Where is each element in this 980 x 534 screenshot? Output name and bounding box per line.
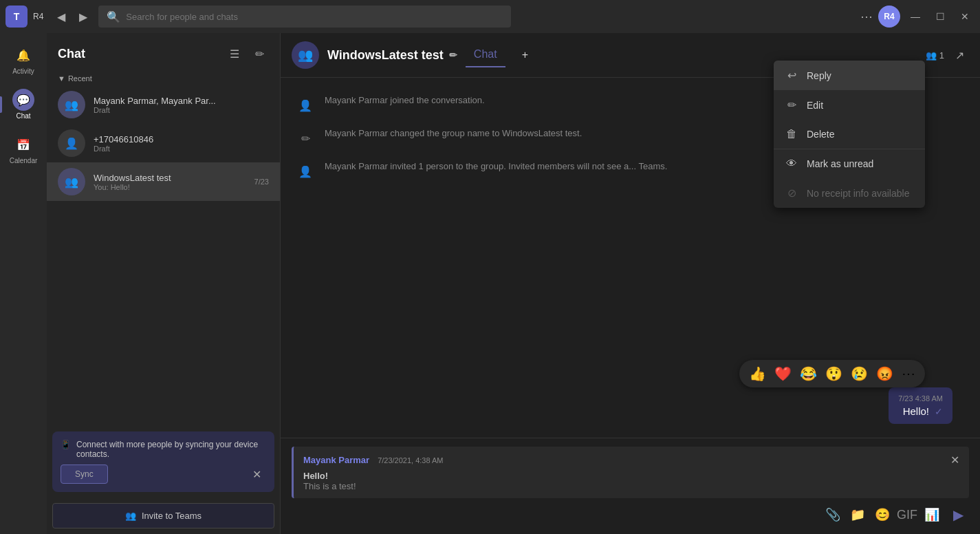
emoji-heart[interactable]: ❤️ — [773, 364, 793, 383]
chat-avatar-phone: 👤 — [58, 129, 85, 157]
reply-quote-meta: Mayank Parmar 7/23/2021, 4:38 AM — [303, 455, 444, 465]
sidebar-item-activity-label: Activity — [12, 67, 34, 75]
user-avatar[interactable]: R4 — [878, 6, 900, 28]
connect-banner-text: 📱 Connect with more people by syncing yo… — [61, 440, 266, 459]
invite-label: Invite to Teams — [142, 511, 202, 521]
chat-info-phone: +17046610846 Draft — [94, 134, 269, 153]
context-menu-reply[interactable]: ↩ Reply — [774, 78, 925, 90]
maximize-button[interactable]: ☐ — [930, 7, 950, 26]
more-options-icon[interactable]: ⋯ — [860, 9, 873, 24]
send-icon: ▶ — [953, 506, 963, 523]
emoji-bar: 👍 ❤️ 😂 😲 😢 😡 ⋯ — [739, 360, 925, 387]
people-count: 1 — [939, 50, 944, 61]
compose-button[interactable]: ✏ — [250, 44, 269, 63]
no-receipt-icon: ⊘ — [785, 186, 798, 200]
chat-time-windowslatest: 7/23 — [254, 178, 269, 186]
reply-quote-body: This is a test! — [303, 481, 959, 491]
system-msg-renamed-text: Mayank Parmar changed the group name to … — [325, 127, 582, 140]
chat-info-mayank: Mayank Parmar, Mayank Par... Draft — [94, 96, 269, 114]
mark-unread-icon: 👁 — [785, 158, 798, 170]
joined-icon: 👤 — [294, 94, 316, 116]
sidebar-item-calendar-label: Calendar — [10, 157, 38, 164]
no-receipt-label: No receipt info available — [807, 188, 909, 199]
system-msg-invited-text: Mayank Parmar invited 1 person to the gr… — [325, 160, 667, 173]
connect-banner: 📱 Connect with more people by syncing yo… — [52, 431, 274, 492]
filter-button[interactable]: ☰ — [225, 44, 244, 63]
reply-area: Mayank Parmar 7/23/2021, 4:38 AM ✕ Hello… — [281, 438, 980, 534]
invite-icon: 👥 — [125, 511, 136, 521]
emoji-picker-button[interactable]: 😊 — [873, 505, 892, 524]
context-menu-delete[interactable]: 🗑 Delete — [774, 120, 925, 149]
nav-buttons: ◀ ▶ — [52, 7, 93, 26]
reply-icon: ↩ — [785, 78, 798, 82]
context-menu-no-receipt: ⊘ No receipt info available — [774, 178, 925, 208]
edit-name-icon[interactable]: ✏ — [449, 50, 457, 61]
banner-close-button[interactable]: ✕ — [247, 464, 266, 484]
reply-close-button[interactable]: ✕ — [950, 453, 959, 467]
chat-header-avatar: 👥 — [292, 41, 319, 69]
chat-header-name: WindowsLatest test ✏ — [327, 48, 457, 63]
attach-icon-button[interactable]: 📎 — [823, 505, 842, 524]
app-name: R4 — [33, 12, 43, 21]
chat-name-mayank: Mayank Parmar, Mayank Par... — [94, 96, 269, 106]
recent-text: Recent — [68, 74, 92, 83]
close-button[interactable]: ✕ — [955, 7, 974, 26]
tab-chat-label: Chat — [474, 48, 497, 61]
main-layout: 🔔 Activity 💬 Chat 📅 Calendar Chat ☰ ✏ ▼ … — [0, 33, 980, 534]
sidebar-item-activity[interactable]: 🔔 Activity — [0, 39, 47, 81]
back-button[interactable]: ◀ — [52, 7, 71, 26]
chat-item-mayank[interactable]: 👥 Mayank Parmar, Mayank Par... Draft — [47, 85, 280, 124]
emoji-sad[interactable]: 😢 — [849, 364, 869, 383]
context-menu-edit[interactable]: ✏ Edit — [774, 90, 925, 120]
search-input[interactable] — [126, 12, 503, 22]
sync-button[interactable]: Sync — [61, 464, 108, 484]
sidebar-item-calendar[interactable]: 📅 Calendar — [0, 128, 47, 170]
gif-button[interactable]: GIF — [897, 505, 917, 524]
delete-icon: 🗑 — [785, 128, 798, 140]
reply-quote-header: Mayank Parmar 7/23/2021, 4:38 AM ✕ — [303, 453, 959, 467]
context-menu: ↩ Reply ✏ Edit 🗑 Delete 👁 Mark as unread — [774, 78, 925, 208]
search-bar[interactable]: 🔍 — [98, 6, 511, 28]
chat-preview-mayank: Draft — [94, 106, 269, 114]
chat-list-panel: Chat ☰ ✏ ▼ Recent 👥 Mayank Parmar, Mayan… — [47, 33, 281, 534]
chat-avatar-mayank: 👥 — [58, 91, 85, 118]
message-text: Hello! — [903, 405, 929, 417]
edit-label: Edit — [807, 100, 823, 111]
reply-quote-time: 7/23/2021, 4:38 AM — [378, 456, 443, 464]
recent-chevron: ▼ — [58, 74, 65, 83]
context-menu-mark-unread[interactable]: 👁 Mark as unread — [774, 149, 925, 178]
people-button[interactable]: 👥 1 — [926, 50, 944, 61]
title-bar: T R4 ◀ ▶ 🔍 ⋯ R4 — ☐ ✕ — [0, 0, 980, 33]
share-button[interactable]: ↗ — [950, 45, 969, 65]
emoji-angry[interactable]: 😡 — [875, 364, 895, 383]
forward-button[interactable]: ▶ — [74, 7, 93, 26]
tab-add[interactable]: + — [514, 43, 536, 67]
reply-quote-text: Hello! — [303, 471, 959, 481]
phone-icon: 📱 — [61, 440, 71, 449]
emoji-laugh[interactable]: 😂 — [798, 364, 818, 383]
delete-label: Delete — [807, 129, 834, 140]
compose-bar: 📎 📁 😊 GIF 📊 ▶ — [292, 498, 969, 526]
chart-button[interactable]: 📊 — [922, 505, 941, 524]
chat-header-info: WindowsLatest test ✏ — [327, 48, 457, 63]
invite-to-teams-button[interactable]: 👥 Invite to Teams — [52, 503, 274, 528]
tab-chat[interactable]: Chat — [466, 43, 505, 67]
minimize-button[interactable]: — — [906, 7, 925, 26]
compose-input[interactable] — [292, 509, 818, 520]
emoji-wow[interactable]: 😲 — [824, 364, 844, 383]
compose-actions: 📎 📁 😊 GIF 📊 — [823, 505, 941, 524]
chat-item-phone[interactable]: 👤 +17046610846 Draft — [47, 124, 280, 162]
chat-list-header: Chat ☰ ✏ — [47, 33, 280, 69]
recent-label[interactable]: ▼ Recent — [47, 69, 280, 85]
reply-quote-name: Mayank Parmar — [303, 455, 369, 465]
calendar-icon: 📅 — [12, 134, 34, 156]
sidebar-item-chat[interactable]: 💬 Chat — [0, 83, 47, 125]
clip-icon-button[interactable]: 📁 — [848, 505, 867, 524]
messages-area: 👤 Mayank Parmar joined the conversation.… — [281, 78, 980, 438]
emoji-more[interactable]: ⋯ — [900, 364, 917, 383]
reply-quote: Mayank Parmar 7/23/2021, 4:38 AM ✕ Hello… — [292, 447, 969, 498]
send-button[interactable]: ▶ — [947, 504, 969, 526]
chat-name-phone: +17046610846 — [94, 134, 269, 145]
chat-item-windowslatest[interactable]: 👥 WindowsLatest test You: Hello! 7/23 — [47, 162, 280, 201]
emoji-thumbsup[interactable]: 👍 — [748, 364, 767, 383]
